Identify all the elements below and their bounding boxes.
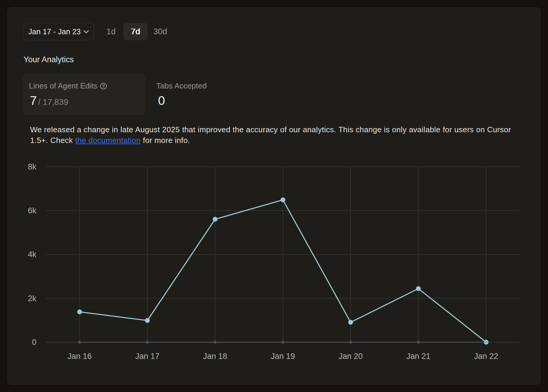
svg-text:Jan 16: Jan 16 xyxy=(67,352,92,361)
svg-text:Jan 18: Jan 18 xyxy=(203,352,227,361)
svg-text:Jan 19: Jan 19 xyxy=(271,352,295,361)
svg-text:Jan 17: Jan 17 xyxy=(135,352,160,361)
svg-text:8k: 8k xyxy=(28,162,36,171)
svg-text:Jan 20: Jan 20 xyxy=(338,352,363,361)
svg-text:Jan 21: Jan 21 xyxy=(406,352,431,361)
svg-text:Jan 22: Jan 22 xyxy=(474,352,498,361)
svg-text:0: 0 xyxy=(32,338,36,347)
svg-text:6k: 6k xyxy=(28,206,36,215)
svg-text:2k: 2k xyxy=(28,294,36,303)
svg-text:4k: 4k xyxy=(28,250,36,259)
